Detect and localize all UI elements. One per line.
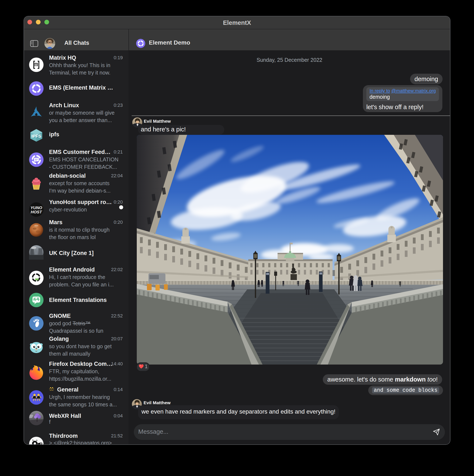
svg-text:YUNO: YUNO: [31, 205, 42, 210]
svg-text:IPFS: IPFS: [32, 134, 41, 138]
svg-text:HOST: HOST: [31, 210, 42, 214]
